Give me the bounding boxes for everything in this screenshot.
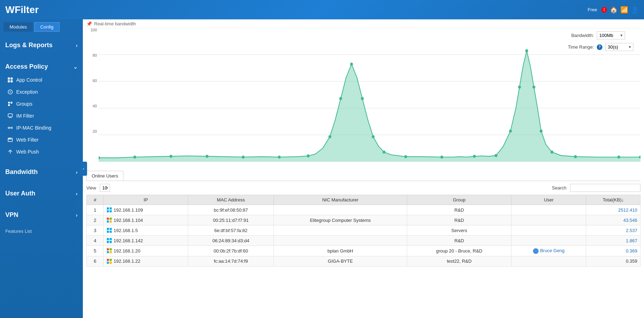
svg-rect-65 <box>110 251 112 253</box>
features-list[interactable]: Features List <box>0 226 83 237</box>
config-tab[interactable]: Config <box>34 22 60 32</box>
users-table: # IP MAC Address NIC Manufacturer Group … <box>86 195 640 267</box>
exception-label: Exception <box>16 89 38 95</box>
cell-group: test22, R&D <box>407 256 511 266</box>
chart-title: Real-time bandwidth <box>94 21 136 26</box>
svg-rect-47 <box>110 207 112 210</box>
sidebar-item-groups[interactable]: Groups <box>0 98 83 110</box>
table-area: Online Users View 10 25 50 Search # <box>83 171 644 318</box>
svg-point-29 <box>350 63 353 66</box>
total-value: 0.359 <box>626 258 637 264</box>
logo: WFilter <box>5 4 588 15</box>
table-row: 6 192.168.1.22 fc:aa:14:7d:74:f9 GIGA-BY… <box>87 256 640 266</box>
svg-rect-8 <box>8 114 12 117</box>
time-range-help-icon[interactable]: ? <box>597 44 602 50</box>
total-link[interactable]: 0.369 <box>626 248 637 254</box>
online-users-tab[interactable]: Online Users <box>86 171 123 181</box>
svg-point-23 <box>206 155 208 158</box>
bandwidth-select-wrapper: 100Mb 10Mb 1Gb <box>597 31 625 39</box>
svg-point-42 <box>551 151 553 154</box>
total-link[interactable]: 1.867 <box>626 238 637 243</box>
wifi-icon: 📶 <box>620 6 628 14</box>
svg-point-10 <box>11 127 12 129</box>
cell-user <box>511 225 586 236</box>
sidebar-item-web-filter[interactable]: Web Filter <box>0 134 83 146</box>
main-layout: Modules Config Logs & Reports › Access P… <box>0 19 644 318</box>
sidebar-item-ip-mac[interactable]: IP-MAC Binding <box>0 122 83 134</box>
svg-rect-58 <box>107 238 109 240</box>
bandwidth-select[interactable]: 100Mb 10Mb 1Gb <box>597 31 625 39</box>
svg-rect-59 <box>110 238 112 240</box>
sidebar-item-web-push[interactable]: Web Push <box>0 146 83 158</box>
notification-badge[interactable]: 1 <box>601 7 607 13</box>
cell-group: Servers <box>407 225 511 236</box>
sidebar-tabs: Modules Config <box>0 19 83 35</box>
col-ip: IP <box>104 195 188 205</box>
col-nic: NIC Manufacturer <box>274 195 407 205</box>
cell-user: Bruce Geng <box>511 246 586 256</box>
os-icon <box>106 238 112 243</box>
search-input[interactable] <box>570 184 640 192</box>
user-link[interactable]: Bruce Geng <box>540 248 564 253</box>
table-row: 2 192.168.1.104 00:25:11:d7:f7:91 Eliteg… <box>87 215 640 225</box>
svg-point-43 <box>574 155 577 158</box>
sidebar-collapse-button[interactable]: ‹ <box>80 162 87 176</box>
ip-mac-label: IP-MAC Binding <box>16 125 51 131</box>
home-icon[interactable]: 🏠 <box>610 6 618 14</box>
col-num: # <box>87 195 104 205</box>
access-policy-chevron: ⌄ <box>73 64 78 70</box>
svg-point-38 <box>518 86 521 89</box>
svg-rect-49 <box>110 210 112 212</box>
svg-rect-55 <box>110 228 112 230</box>
search-label: Search <box>552 185 566 191</box>
total-link[interactable]: 2.537 <box>626 228 637 233</box>
sidebar-item-exception[interactable]: Exception <box>0 86 83 98</box>
sidebar-item-im-filter[interactable]: IM Filter <box>0 110 83 122</box>
bandwidth-title[interactable]: Bandwidth › <box>0 165 83 179</box>
access-policy-title[interactable]: Access Policy ⌄ <box>0 60 83 74</box>
table-body: 1 192.168.1.109 bc:9f:ef:08:50:87 R&D 25… <box>87 205 640 267</box>
ip-mac-icon <box>7 125 13 131</box>
os-icon <box>106 258 112 264</box>
cell-nic <box>274 236 407 246</box>
chart-controls: Bandwidth: 100Mb 10Mb 1Gb Time Range: <box>562 31 633 51</box>
svg-rect-66 <box>107 259 109 261</box>
user-auth-title[interactable]: User Auth › <box>0 186 83 201</box>
cell-user <box>511 256 586 266</box>
svg-rect-1 <box>11 77 13 80</box>
svg-rect-2 <box>8 80 10 82</box>
groups-label: Groups <box>16 101 32 107</box>
col-total: Total(KB)↓ <box>586 195 640 205</box>
total-link[interactable]: 43.546 <box>623 218 637 223</box>
vpn-title[interactable]: VPN › <box>0 208 83 222</box>
modules-tab[interactable]: Modules <box>4 22 33 32</box>
svg-rect-7 <box>8 104 10 106</box>
cell-num: 5 <box>87 246 104 256</box>
ip-address: 192.168.1.142 <box>114 238 143 243</box>
sidebar-item-app-control[interactable]: App Control <box>0 74 83 86</box>
cell-nic: GIGA-BYTE <box>274 256 407 266</box>
svg-rect-69 <box>110 262 112 264</box>
exception-icon <box>7 89 13 95</box>
svg-rect-5 <box>8 102 10 104</box>
sidebar: Modules Config Logs & Reports › Access P… <box>0 19 83 318</box>
svg-point-41 <box>540 130 542 133</box>
view-select[interactable]: 10 25 50 <box>100 184 110 192</box>
bandwidth-section: Bandwidth › <box>0 161 83 183</box>
svg-point-22 <box>170 155 172 158</box>
cell-ip: 192.168.1.109 <box>104 205 188 215</box>
cell-group: R&D <box>407 215 511 225</box>
cell-group: R&D <box>407 236 511 246</box>
total-link[interactable]: 2512.410 <box>618 207 637 213</box>
logs-reports-title[interactable]: Logs & Reports › <box>0 38 83 52</box>
ip-address: 192.168.1.109 <box>114 207 143 213</box>
svg-rect-51 <box>110 218 112 220</box>
im-filter-icon <box>7 113 13 119</box>
table-row: 1 192.168.1.109 bc:9f:ef:08:50:87 R&D 25… <box>87 205 640 215</box>
time-range-select[interactable]: 30(s) 60(s) 120(s) <box>605 43 633 51</box>
cell-mac: bc:9f:ef:08:50:87 <box>188 205 274 215</box>
web-filter-icon <box>7 137 13 143</box>
cell-num: 2 <box>87 215 104 225</box>
user-icon: 👤 <box>631 6 639 14</box>
content-area: 📌 Real-time bandwidth 100 80 60 40 20 <box>83 19 644 318</box>
